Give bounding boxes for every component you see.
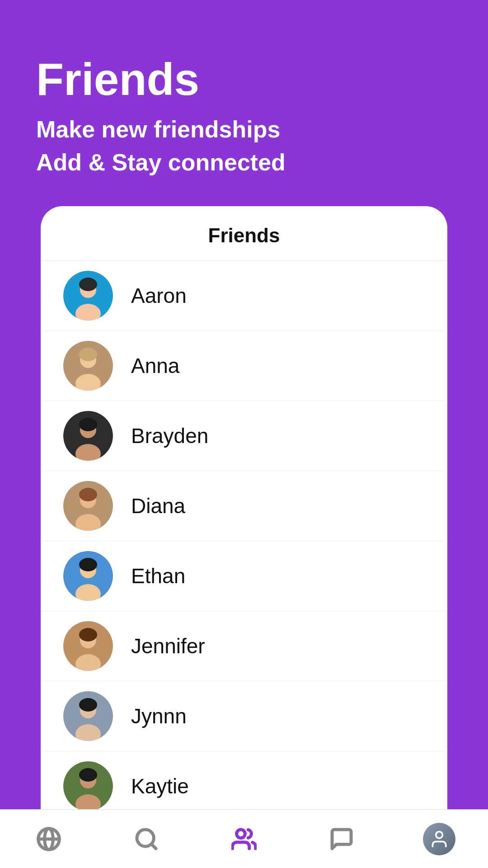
friend-item-brayden[interactable]: Brayden [41,401,447,471]
avatar-aaron [63,271,113,321]
svg-point-15 [79,488,97,501]
friend-item-ethan[interactable]: Ethan [41,541,447,611]
page-subtitle: Make new friendships Add & Stay connecte… [36,113,452,179]
friend-name-anna: Anna [131,354,179,378]
profile-avatar-icon [429,829,449,849]
avatar-anna [63,341,113,391]
nav-item-search[interactable] [119,821,174,857]
svg-point-31 [79,768,97,782]
card-title: Friends [41,206,447,261]
friend-name-jynnn: Jynnn [131,704,187,728]
friends-list: Aaron Anna Brayden Diana Ethan [41,261,447,868]
friend-item-jennifer[interactable]: Jennifer [41,611,447,681]
friend-name-brayden: Brayden [131,424,208,448]
avatar-ethan [63,551,113,601]
avatar-jynnn [63,691,113,741]
friend-item-anna[interactable]: Anna [41,331,447,401]
svg-point-27 [79,698,97,712]
svg-line-44 [151,844,156,848]
friend-name-aaron: Aaron [131,283,187,308]
friend-name-diana: Diana [131,494,185,518]
svg-point-3 [79,278,97,291]
friend-name-kaytie: Kaytie [131,774,189,798]
bottom-nav [0,809,488,868]
svg-point-11 [79,418,97,431]
header: Friends Make new friendships Add & Stay … [0,0,488,206]
page-title: Friends [36,54,452,104]
svg-point-23 [79,628,97,642]
nav-item-messages[interactable] [314,821,369,857]
friends-card: Friends Aaron Anna Brayden Di [41,206,447,868]
nav-item-explore[interactable] [22,821,76,857]
globe-icon [36,826,61,852]
svg-point-46 [436,831,443,838]
search-icon [134,826,159,852]
profile-avatar [423,823,455,855]
avatar-diana [63,481,113,531]
friend-item-diana[interactable]: Diana [41,471,447,541]
friend-item-jynnn[interactable]: Jynnn [41,681,447,751]
svg-point-7 [79,348,97,361]
friend-name-jennifer: Jennifer [131,634,205,658]
avatar-jennifer [63,621,113,671]
friend-name-ethan: Ethan [131,564,185,588]
svg-point-19 [79,558,97,571]
svg-point-45 [237,830,245,838]
avatar-brayden [63,411,113,461]
avatar-kaytie [63,761,113,811]
friend-item-aaron[interactable]: Aaron [41,261,447,331]
chat-icon [329,826,354,852]
nav-item-friends[interactable] [217,821,271,857]
friends-icon [231,826,257,852]
nav-item-profile[interactable] [412,821,466,857]
